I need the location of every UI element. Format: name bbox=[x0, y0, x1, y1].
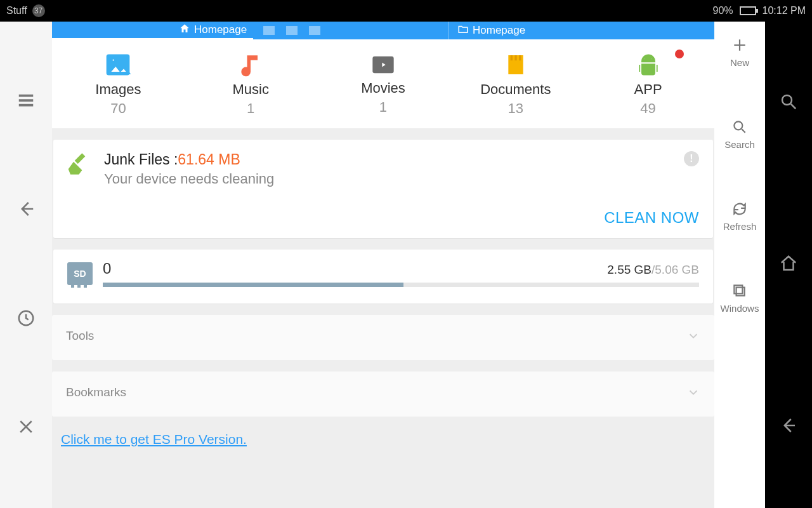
extra-icon bbox=[286, 26, 298, 35]
clean-now-button[interactable]: CLEAN NOW bbox=[604, 209, 699, 227]
section-label: Bookmarks bbox=[66, 385, 126, 403]
category-count: 70 bbox=[110, 100, 126, 117]
update-badge-icon bbox=[675, 50, 684, 58]
category-app[interactable]: APP 49 bbox=[582, 39, 714, 128]
right-toolbar: New Search Refresh Windows bbox=[714, 22, 765, 508]
windows-button[interactable]: Windows bbox=[721, 283, 759, 314]
category-label: Images bbox=[95, 81, 141, 98]
category-strip: Images 70 Music 1 Movies 1 Documents 13 bbox=[52, 39, 714, 128]
sys-home-button[interactable] bbox=[779, 254, 798, 276]
folder-icon bbox=[457, 23, 469, 38]
section-label: Tools bbox=[66, 329, 94, 346]
extra-icon bbox=[263, 26, 275, 35]
category-label: Documents bbox=[480, 81, 551, 98]
broom-icon bbox=[67, 151, 93, 179]
windows-label: Windows bbox=[721, 303, 759, 314]
category-label: Movies bbox=[361, 80, 405, 97]
junk-files-card: Junk Files :61.64 MB Your device needs c… bbox=[53, 140, 713, 238]
es-pro-link[interactable]: Click me to get ES Pro Version. bbox=[52, 428, 714, 451]
battery-pct: 90% bbox=[712, 5, 733, 17]
svg-rect-8 bbox=[734, 285, 742, 293]
android-status-bar: Stuff 37 90% 10:12 PM bbox=[0, 0, 812, 22]
svg-rect-7 bbox=[737, 288, 745, 296]
info-icon[interactable]: ! bbox=[684, 151, 699, 166]
category-images[interactable]: Images 70 bbox=[52, 39, 185, 128]
system-nav-bar bbox=[765, 22, 812, 508]
search-button[interactable]: Search bbox=[724, 119, 755, 150]
storage-used: 2.55 GB bbox=[607, 263, 652, 276]
svg-point-2 bbox=[112, 58, 115, 62]
category-count: 1 bbox=[379, 99, 387, 116]
tab-label: Homepage bbox=[473, 24, 525, 37]
left-toolbar bbox=[0, 22, 52, 508]
category-music[interactable]: Music 1 bbox=[185, 39, 317, 128]
status-folder-label: Stuff bbox=[6, 5, 27, 17]
home-icon bbox=[179, 23, 190, 37]
new-button[interactable]: New bbox=[730, 37, 749, 68]
back-arrow-button[interactable] bbox=[16, 199, 36, 221]
search-label: Search bbox=[724, 139, 755, 150]
battery-icon bbox=[740, 6, 756, 15]
svg-point-6 bbox=[734, 121, 742, 130]
hamburger-menu-button[interactable] bbox=[16, 91, 36, 112]
storage-bar bbox=[103, 283, 699, 287]
bookmarks-section[interactable]: Bookmarks bbox=[52, 371, 714, 417]
main-content: Homepage Homepage Images 70 bbox=[52, 22, 714, 508]
category-count: 13 bbox=[508, 100, 523, 117]
svg-point-5 bbox=[651, 58, 653, 60]
storage-card[interactable]: SD 0 2.55 GB/5.06 GB bbox=[53, 250, 713, 304]
status-notif-count: 37 bbox=[32, 4, 45, 17]
storage-label: 0 bbox=[103, 260, 111, 277]
storage-bar-fill bbox=[103, 283, 403, 287]
junk-title-prefix: Junk Files : bbox=[104, 151, 178, 168]
category-count: 49 bbox=[640, 100, 655, 117]
tab-extra-icons bbox=[253, 22, 331, 39]
refresh-button[interactable]: Refresh bbox=[723, 201, 757, 232]
junk-title: Junk Files :61.64 MB bbox=[104, 151, 274, 168]
extra-icon bbox=[309, 26, 320, 35]
sd-card-icon: SD bbox=[67, 262, 93, 285]
sys-search-button[interactable] bbox=[779, 92, 798, 114]
junk-title-size: 61.64 MB bbox=[178, 151, 240, 168]
refresh-label: Refresh bbox=[723, 221, 757, 232]
tab-homepage-2[interactable]: Homepage bbox=[448, 22, 714, 39]
status-clock: 10:12 PM bbox=[763, 5, 806, 17]
category-documents[interactable]: Documents 13 bbox=[449, 39, 582, 128]
new-label: New bbox=[730, 57, 749, 68]
category-label: APP bbox=[634, 81, 662, 98]
svg-point-4 bbox=[644, 58, 646, 60]
category-label: Music bbox=[232, 81, 268, 98]
svg-point-9 bbox=[782, 95, 792, 105]
category-count: 1 bbox=[247, 100, 254, 117]
chevron-down-icon bbox=[686, 385, 700, 403]
tab-label: Homepage bbox=[194, 23, 247, 36]
history-button[interactable] bbox=[16, 309, 36, 330]
chevron-down-icon bbox=[686, 329, 700, 346]
storage-size: 2.55 GB/5.06 GB bbox=[607, 263, 699, 277]
category-movies[interactable]: Movies 1 bbox=[317, 39, 450, 128]
tab-bar: Homepage Homepage bbox=[52, 22, 714, 39]
sys-back-button[interactable] bbox=[779, 416, 798, 438]
junk-subtitle: Your device needs cleaning bbox=[104, 171, 274, 187]
tools-section[interactable]: Tools bbox=[52, 315, 714, 360]
storage-total: 5.06 GB bbox=[655, 263, 699, 276]
tab-homepage-1[interactable]: Homepage bbox=[52, 22, 253, 39]
close-button[interactable] bbox=[16, 417, 36, 439]
